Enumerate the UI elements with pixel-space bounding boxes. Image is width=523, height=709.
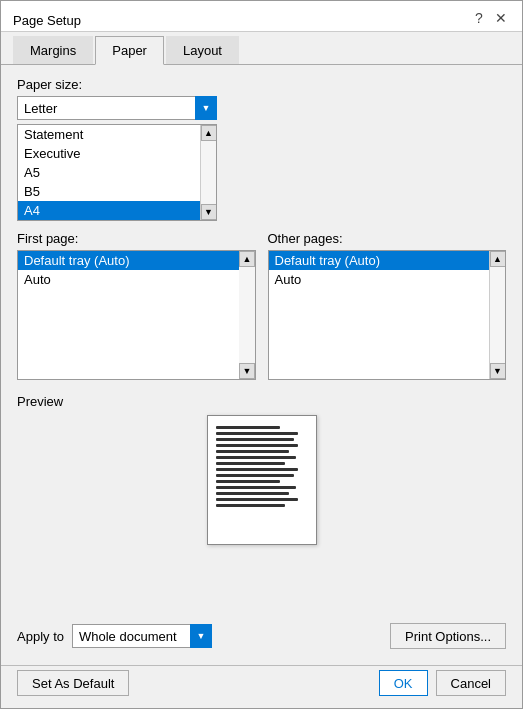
title-bar: Page Setup ? ✕	[1, 1, 522, 32]
set-as-default-button[interactable]: Set As Default	[17, 670, 129, 696]
fp-scroll-up[interactable]: ▲	[239, 251, 255, 267]
bottom-buttons-row: Set As Default OK Cancel	[1, 670, 522, 708]
other-pages-list-wrapper: Default tray (Auto) Auto ▲ ▼	[268, 250, 507, 380]
scroll-down-btn[interactable]: ▼	[201, 204, 217, 220]
tray-section: First page: Default tray (Auto) Auto ▲ ▼…	[17, 231, 506, 380]
print-options-button[interactable]: Print Options...	[390, 623, 506, 649]
page-setup-dialog: Page Setup ? ✕ Margins Paper Layout Pape…	[0, 0, 523, 709]
list-item-selected[interactable]: A4	[18, 201, 200, 220]
first-page-item-auto[interactable]: Auto	[18, 270, 239, 289]
paper-size-expanded-list: Statement Executive A5 B5 A4 ▲ ▼	[17, 124, 506, 221]
apply-to-dropdown-container: Whole document This point forward Select…	[72, 624, 212, 648]
op-scroll-up[interactable]: ▲	[490, 251, 506, 267]
list-item[interactable]: A5	[18, 163, 200, 182]
tab-layout[interactable]: Layout	[166, 36, 239, 64]
first-page-item-default[interactable]: Default tray (Auto)	[18, 251, 239, 270]
paper-size-list-wrapper: Statement Executive A5 B5 A4 ▲ ▼	[17, 124, 217, 221]
apply-to-label: Apply to	[17, 629, 64, 644]
list-item[interactable]: B5	[18, 182, 200, 201]
other-pages-listbox[interactable]: Default tray (Auto) Auto	[269, 251, 506, 289]
fp-scroll-down[interactable]: ▼	[239, 363, 255, 379]
other-pages-label: Other pages:	[268, 231, 507, 246]
apply-to-row: Apply to Whole document This point forwa…	[1, 615, 522, 661]
other-page-item-auto[interactable]: Auto	[269, 270, 490, 289]
tab-paper[interactable]: Paper	[95, 36, 164, 65]
dialog-content: Paper size: Letter Statement Executive A…	[1, 65, 522, 615]
op-scroll-track	[490, 267, 506, 363]
other-page-item-default[interactable]: Default tray (Auto)	[269, 251, 490, 270]
paper-size-select[interactable]: Letter Statement Executive A5 B5 A4	[17, 96, 217, 120]
paper-size-section: Paper size: Letter Statement Executive A…	[17, 77, 506, 120]
apply-to-select[interactable]: Whole document This point forward Select…	[72, 624, 212, 648]
divider	[1, 665, 522, 666]
listbox-scrollbar: ▲ ▼	[200, 125, 216, 220]
ok-button[interactable]: OK	[379, 670, 428, 696]
fp-scroll-track	[239, 267, 255, 363]
paper-size-dropdown-container: Letter Statement Executive A5 B5 A4	[17, 96, 217, 120]
first-page-listbox[interactable]: Default tray (Auto) Auto	[18, 251, 255, 289]
first-page-scrollbar: ▲ ▼	[239, 251, 255, 379]
op-scroll-down[interactable]: ▼	[490, 363, 506, 379]
title-bar-icons: ? ✕	[470, 9, 510, 27]
scroll-up-btn[interactable]: ▲	[201, 125, 217, 141]
first-page-label: First page:	[17, 231, 256, 246]
preview-label: Preview	[17, 394, 506, 409]
other-pages-scrollbar: ▲ ▼	[489, 251, 505, 379]
preview-box	[207, 415, 317, 545]
first-page-list-wrapper: Default tray (Auto) Auto ▲ ▼	[17, 250, 256, 380]
list-item[interactable]: Statement	[18, 125, 200, 144]
help-button[interactable]: ?	[470, 9, 488, 27]
dialog-title: Page Setup	[13, 13, 81, 28]
paper-size-label: Paper size:	[17, 77, 506, 92]
scroll-track	[201, 141, 217, 204]
preview-section: Preview	[17, 394, 506, 551]
tab-bar: Margins Paper Layout	[1, 32, 522, 65]
list-item[interactable]: Executive	[18, 144, 200, 163]
other-pages-section: Other pages: Default tray (Auto) Auto ▲ …	[268, 231, 507, 380]
paper-size-listbox[interactable]: Statement Executive A5 B5 A4	[18, 125, 216, 220]
close-button[interactable]: ✕	[492, 9, 510, 27]
cancel-button[interactable]: Cancel	[436, 670, 506, 696]
tab-margins[interactable]: Margins	[13, 36, 93, 64]
first-page-section: First page: Default tray (Auto) Auto ▲ ▼	[17, 231, 256, 380]
